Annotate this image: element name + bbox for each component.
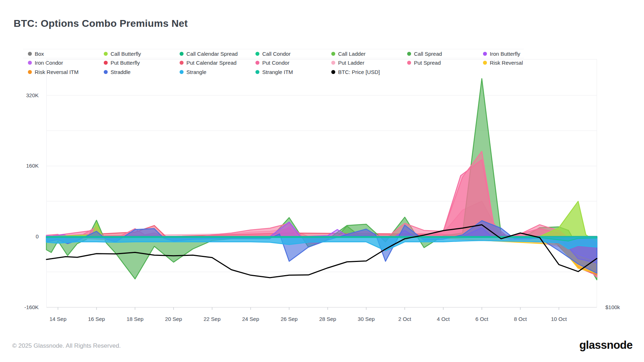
- y-axis-label: 320K: [26, 92, 39, 98]
- x-axis-label: 26 Sep: [280, 316, 298, 322]
- y-axis-label: -160K: [24, 304, 39, 310]
- x-axis-label: 28 Sep: [319, 316, 336, 322]
- x-axis-label: 24 Sep: [242, 316, 259, 322]
- x-axis-label: 20 Sep: [165, 316, 182, 322]
- x-axis-label: 22 Sep: [204, 316, 221, 322]
- x-axis-label: 16 Sep: [88, 316, 105, 322]
- y-axis-label: 0: [36, 233, 39, 239]
- x-axis-label: 14 Sep: [49, 316, 67, 322]
- x-axis-label: 2 Oct: [398, 316, 411, 322]
- x-axis-label: 18 Sep: [127, 316, 144, 322]
- x-axis-label: 10 Oct: [551, 316, 567, 322]
- right-axis-label: $100k: [605, 304, 620, 310]
- y-axis-label: 160K: [26, 163, 39, 169]
- series-area-call_spread: [47, 79, 597, 280]
- chart-canvas[interactable]: 320K160K0-160K$100k14 Sep16 Sep18 Sep20 …: [0, 0, 644, 362]
- x-axis-label: 30 Sep: [358, 316, 375, 322]
- x-axis-label: 4 Oct: [437, 316, 450, 322]
- x-axis-label: 6 Oct: [475, 316, 489, 322]
- x-axis-label: 8 Oct: [514, 316, 527, 322]
- glassnode-logo[interactable]: glassnode: [579, 339, 633, 352]
- copyright-text: © 2025 Glassnode. All Rights Reserved.: [12, 342, 121, 349]
